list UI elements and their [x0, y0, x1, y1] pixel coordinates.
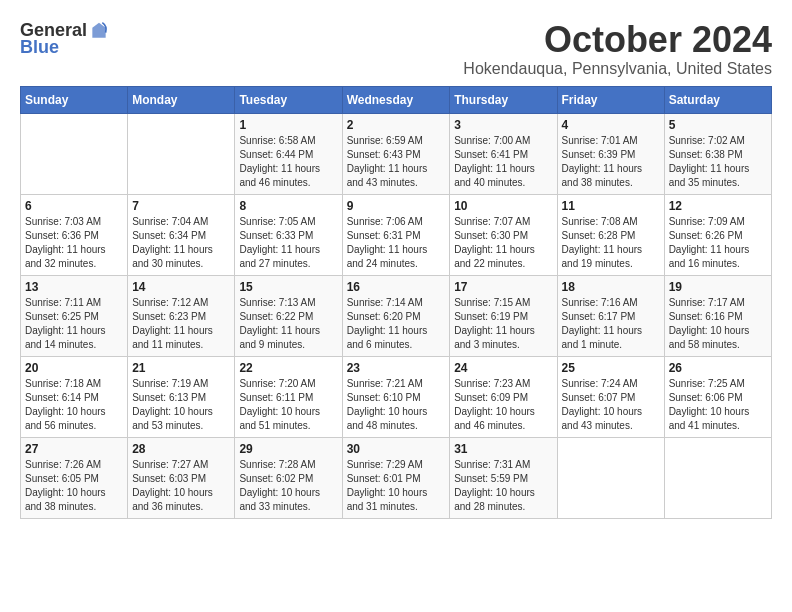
day-number: 8 [239, 199, 337, 213]
calendar-cell [664, 437, 771, 518]
day-content: Sunrise: 7:20 AM Sunset: 6:11 PM Dayligh… [239, 377, 337, 433]
calendar-cell: 6Sunrise: 7:03 AM Sunset: 6:36 PM Daylig… [21, 194, 128, 275]
day-number: 27 [25, 442, 123, 456]
day-number: 12 [669, 199, 767, 213]
calendar-cell: 3Sunrise: 7:00 AM Sunset: 6:41 PM Daylig… [450, 113, 557, 194]
day-content: Sunrise: 7:07 AM Sunset: 6:30 PM Dayligh… [454, 215, 552, 271]
day-content: Sunrise: 7:12 AM Sunset: 6:23 PM Dayligh… [132, 296, 230, 352]
calendar-cell: 25Sunrise: 7:24 AM Sunset: 6:07 PM Dayli… [557, 356, 664, 437]
calendar-cell: 13Sunrise: 7:11 AM Sunset: 6:25 PM Dayli… [21, 275, 128, 356]
calendar-cell [557, 437, 664, 518]
day-content: Sunrise: 7:16 AM Sunset: 6:17 PM Dayligh… [562, 296, 660, 352]
day-number: 17 [454, 280, 552, 294]
day-number: 14 [132, 280, 230, 294]
calendar-cell: 2Sunrise: 6:59 AM Sunset: 6:43 PM Daylig… [342, 113, 450, 194]
column-header-thursday: Thursday [450, 86, 557, 113]
location-title: Hokendauqua, Pennsylvania, United States [463, 60, 772, 78]
day-number: 3 [454, 118, 552, 132]
day-number: 9 [347, 199, 446, 213]
day-number: 13 [25, 280, 123, 294]
day-content: Sunrise: 7:13 AM Sunset: 6:22 PM Dayligh… [239, 296, 337, 352]
day-number: 18 [562, 280, 660, 294]
calendar-cell: 30Sunrise: 7:29 AM Sunset: 6:01 PM Dayli… [342, 437, 450, 518]
calendar-cell: 5Sunrise: 7:02 AM Sunset: 6:38 PM Daylig… [664, 113, 771, 194]
week-row-5: 27Sunrise: 7:26 AM Sunset: 6:05 PM Dayli… [21, 437, 772, 518]
day-content: Sunrise: 7:29 AM Sunset: 6:01 PM Dayligh… [347, 458, 446, 514]
calendar-cell: 7Sunrise: 7:04 AM Sunset: 6:34 PM Daylig… [128, 194, 235, 275]
header-row: SundayMondayTuesdayWednesdayThursdayFrid… [21, 86, 772, 113]
logo: General Blue [20, 20, 109, 58]
calendar-cell: 9Sunrise: 7:06 AM Sunset: 6:31 PM Daylig… [342, 194, 450, 275]
day-number: 26 [669, 361, 767, 375]
day-number: 11 [562, 199, 660, 213]
column-header-friday: Friday [557, 86, 664, 113]
day-content: Sunrise: 7:26 AM Sunset: 6:05 PM Dayligh… [25, 458, 123, 514]
calendar-cell: 22Sunrise: 7:20 AM Sunset: 6:11 PM Dayli… [235, 356, 342, 437]
calendar-cell: 18Sunrise: 7:16 AM Sunset: 6:17 PM Dayli… [557, 275, 664, 356]
day-content: Sunrise: 7:15 AM Sunset: 6:19 PM Dayligh… [454, 296, 552, 352]
day-content: Sunrise: 7:18 AM Sunset: 6:14 PM Dayligh… [25, 377, 123, 433]
day-content: Sunrise: 7:23 AM Sunset: 6:09 PM Dayligh… [454, 377, 552, 433]
calendar-cell: 10Sunrise: 7:07 AM Sunset: 6:30 PM Dayli… [450, 194, 557, 275]
day-number: 7 [132, 199, 230, 213]
column-header-tuesday: Tuesday [235, 86, 342, 113]
week-row-2: 6Sunrise: 7:03 AM Sunset: 6:36 PM Daylig… [21, 194, 772, 275]
day-number: 25 [562, 361, 660, 375]
calendar-cell: 16Sunrise: 7:14 AM Sunset: 6:20 PM Dayli… [342, 275, 450, 356]
day-content: Sunrise: 7:19 AM Sunset: 6:13 PM Dayligh… [132, 377, 230, 433]
day-content: Sunrise: 7:01 AM Sunset: 6:39 PM Dayligh… [562, 134, 660, 190]
logo-icon [89, 21, 109, 41]
day-number: 20 [25, 361, 123, 375]
calendar-cell: 14Sunrise: 7:12 AM Sunset: 6:23 PM Dayli… [128, 275, 235, 356]
day-number: 10 [454, 199, 552, 213]
day-content: Sunrise: 7:06 AM Sunset: 6:31 PM Dayligh… [347, 215, 446, 271]
calendar-cell: 19Sunrise: 7:17 AM Sunset: 6:16 PM Dayli… [664, 275, 771, 356]
calendar-cell: 23Sunrise: 7:21 AM Sunset: 6:10 PM Dayli… [342, 356, 450, 437]
calendar-cell: 24Sunrise: 7:23 AM Sunset: 6:09 PM Dayli… [450, 356, 557, 437]
day-number: 30 [347, 442, 446, 456]
week-row-1: 1Sunrise: 6:58 AM Sunset: 6:44 PM Daylig… [21, 113, 772, 194]
day-content: Sunrise: 7:03 AM Sunset: 6:36 PM Dayligh… [25, 215, 123, 271]
column-header-saturday: Saturday [664, 86, 771, 113]
day-number: 15 [239, 280, 337, 294]
page-header: General Blue October 2024 Hokendauqua, P… [20, 20, 772, 78]
calendar-cell: 15Sunrise: 7:13 AM Sunset: 6:22 PM Dayli… [235, 275, 342, 356]
day-number: 29 [239, 442, 337, 456]
day-number: 23 [347, 361, 446, 375]
calendar-cell: 29Sunrise: 7:28 AM Sunset: 6:02 PM Dayli… [235, 437, 342, 518]
day-content: Sunrise: 7:05 AM Sunset: 6:33 PM Dayligh… [239, 215, 337, 271]
calendar-cell: 11Sunrise: 7:08 AM Sunset: 6:28 PM Dayli… [557, 194, 664, 275]
day-number: 6 [25, 199, 123, 213]
day-number: 1 [239, 118, 337, 132]
day-content: Sunrise: 7:31 AM Sunset: 5:59 PM Dayligh… [454, 458, 552, 514]
calendar-cell: 28Sunrise: 7:27 AM Sunset: 6:03 PM Dayli… [128, 437, 235, 518]
calendar-header: SundayMondayTuesdayWednesdayThursdayFrid… [21, 86, 772, 113]
calendar-body: 1Sunrise: 6:58 AM Sunset: 6:44 PM Daylig… [21, 113, 772, 518]
month-title: October 2024 [463, 20, 772, 60]
day-content: Sunrise: 6:59 AM Sunset: 6:43 PM Dayligh… [347, 134, 446, 190]
day-number: 5 [669, 118, 767, 132]
day-content: Sunrise: 7:00 AM Sunset: 6:41 PM Dayligh… [454, 134, 552, 190]
title-area: October 2024 Hokendauqua, Pennsylvania, … [463, 20, 772, 78]
calendar-cell [128, 113, 235, 194]
day-content: Sunrise: 7:04 AM Sunset: 6:34 PM Dayligh… [132, 215, 230, 271]
day-content: Sunrise: 7:21 AM Sunset: 6:10 PM Dayligh… [347, 377, 446, 433]
day-content: Sunrise: 7:17 AM Sunset: 6:16 PM Dayligh… [669, 296, 767, 352]
calendar-cell: 27Sunrise: 7:26 AM Sunset: 6:05 PM Dayli… [21, 437, 128, 518]
day-content: Sunrise: 7:09 AM Sunset: 6:26 PM Dayligh… [669, 215, 767, 271]
column-header-monday: Monday [128, 86, 235, 113]
day-number: 2 [347, 118, 446, 132]
day-content: Sunrise: 7:11 AM Sunset: 6:25 PM Dayligh… [25, 296, 123, 352]
calendar-cell: 1Sunrise: 6:58 AM Sunset: 6:44 PM Daylig… [235, 113, 342, 194]
logo-blue-text: Blue [20, 37, 59, 58]
day-number: 19 [669, 280, 767, 294]
day-content: Sunrise: 7:25 AM Sunset: 6:06 PM Dayligh… [669, 377, 767, 433]
day-number: 21 [132, 361, 230, 375]
calendar-table: SundayMondayTuesdayWednesdayThursdayFrid… [20, 86, 772, 519]
day-content: Sunrise: 7:08 AM Sunset: 6:28 PM Dayligh… [562, 215, 660, 271]
day-number: 24 [454, 361, 552, 375]
day-number: 22 [239, 361, 337, 375]
day-number: 31 [454, 442, 552, 456]
calendar-cell: 12Sunrise: 7:09 AM Sunset: 6:26 PM Dayli… [664, 194, 771, 275]
day-number: 4 [562, 118, 660, 132]
